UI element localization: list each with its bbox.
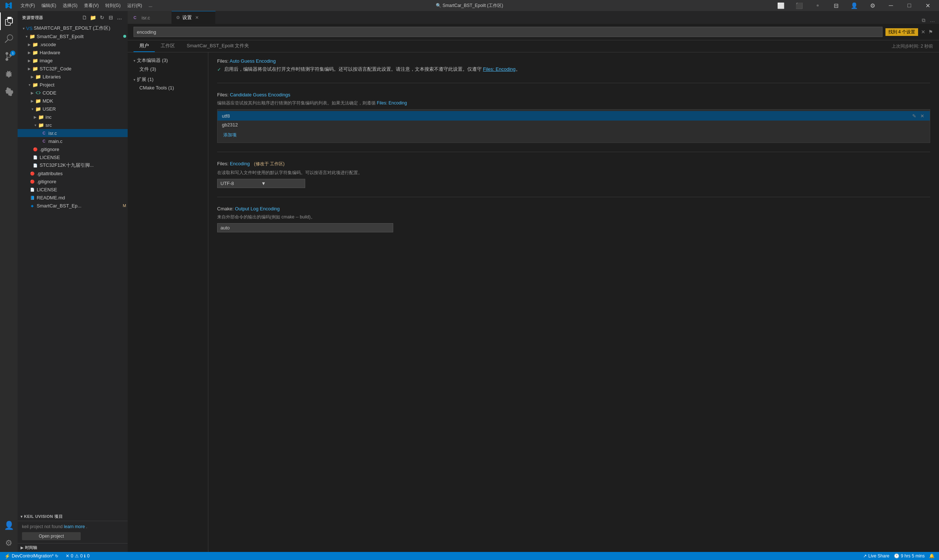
files-encoding-link2[interactable]: Files: Encoding xyxy=(377,100,407,106)
tree-stc-folder[interactable]: ▶ 📁 STC32F_Code xyxy=(18,65,128,72)
new-file-button[interactable]: 🗋 xyxy=(81,14,88,21)
tree-stc-file[interactable]: 📄 STC32F12K十九届引脚... xyxy=(18,161,128,169)
activity-account-icon[interactable]: 👤 xyxy=(0,517,18,534)
src-label: src xyxy=(45,122,128,128)
sidebar-toggle-button[interactable]: ▫ xyxy=(809,0,826,11)
tree-code-folder[interactable]: ▶ CODE xyxy=(18,89,128,97)
menu-run[interactable]: 运行(R) xyxy=(124,2,145,9)
tree-user-folder[interactable]: ▾ 📁 USER xyxy=(18,105,128,113)
tree-main-file[interactable]: C main.c xyxy=(18,137,128,145)
menu-select[interactable]: 选择(S) xyxy=(60,2,80,9)
tree-mdk-folder[interactable]: ▶ 📁 MDK xyxy=(18,97,128,105)
settings-container: 找到 4 个设置 ✕ ⚑ 用户 工作区 SmartCar_BST_Epoilt … xyxy=(128,24,939,552)
notification-bell-item[interactable]: 🔔 xyxy=(928,552,936,560)
tree-workspace-file[interactable]: ◆ SmartCar_BST_Ep... M xyxy=(18,202,128,210)
toc-files-item[interactable]: 文件 (3) xyxy=(128,65,208,74)
tree-vscode-folder[interactable]: ▶ 📁 .vscode xyxy=(18,40,128,48)
tree-license-file[interactable]: 📄 LICENSE xyxy=(18,153,128,161)
activity-search-icon[interactable] xyxy=(0,30,18,48)
image-arrow: ▶ xyxy=(26,57,32,63)
settings-tab-workspace[interactable]: 工作区 xyxy=(155,40,181,52)
activity-source-control-icon[interactable]: 1 xyxy=(0,48,18,65)
encoding-dropdown[interactable]: UTF-8 ▼ xyxy=(217,179,305,188)
tree-libraries-folder[interactable]: ▶ 📁 Libraries xyxy=(18,72,128,81)
menu-file[interactable]: 文件(F) xyxy=(18,2,38,9)
settings-button[interactable]: ⚙ xyxy=(864,0,881,11)
settings-tab-user[interactable]: 用户 xyxy=(134,40,155,52)
menu-edit[interactable]: 编辑(E) xyxy=(39,2,59,9)
tree-gitattr-root[interactable]: 🔴 .gitattributes xyxy=(18,169,128,177)
keil-section-header[interactable]: ▾ KEIL UVISION 项目 xyxy=(18,512,128,521)
toc-text-editor[interactable]: ▾ 文本编辑器 (3) xyxy=(128,56,208,65)
maximize-button[interactable]: □ xyxy=(901,0,918,11)
inc-arrow: ▶ xyxy=(32,114,38,120)
layout-options-button[interactable]: ⊟ xyxy=(828,0,844,11)
account-button[interactable]: 👤 xyxy=(846,0,863,11)
tree-image-folder[interactable]: ▶ 📁 image xyxy=(18,57,128,65)
cmake-encoding-title: Cmake: Output Log Encoding xyxy=(217,206,930,211)
vscode-logo-icon xyxy=(3,0,15,11)
time-section-header[interactable]: ▶ 时间轴 xyxy=(18,543,128,552)
menu-view[interactable]: 查看(V) xyxy=(81,2,102,9)
image-label: image xyxy=(40,58,128,63)
candidate-utf8[interactable]: utf8 ✎ ✕ xyxy=(217,111,930,121)
remote-status-item[interactable]: ⚡ DevControlMigration* ↻ xyxy=(3,552,60,560)
open-project-button[interactable]: Open project xyxy=(22,532,81,540)
vscode-folder-label: .vscode xyxy=(40,42,128,47)
keil-learn-more-link[interactable]: learn more xyxy=(64,524,85,529)
files-encoding-link1[interactable]: Files: Encoding xyxy=(483,66,516,72)
close-button[interactable]: ✕ xyxy=(919,0,936,11)
license-label: LICENSE xyxy=(40,155,128,160)
tree-gitignore-file[interactable]: 🔴 .gitignore xyxy=(18,145,128,153)
collapse-all-button[interactable]: ⊟ xyxy=(107,14,114,21)
src-arrow: ▾ xyxy=(32,122,38,128)
tree-root-item[interactable]: ▾ 📁 SmartCar_BST_Epoilt xyxy=(18,32,128,40)
tab-settings[interactable]: ⚙ 设置 ✕ xyxy=(172,11,216,24)
activity-manage-icon[interactable]: ⚙ xyxy=(0,534,18,552)
edit-utf8-button[interactable]: ✎ xyxy=(911,112,917,119)
activity-extensions-icon[interactable] xyxy=(0,83,18,100)
panel-toggle-button[interactable]: ⬛ xyxy=(791,0,808,11)
minimize-button[interactable]: ─ xyxy=(882,0,899,11)
menu-goto[interactable]: 转到(G) xyxy=(102,2,123,9)
tab-isr[interactable]: C isr.c xyxy=(128,11,172,24)
add-item-button[interactable]: 添加项 xyxy=(220,131,239,140)
new-folder-button[interactable]: 📁 xyxy=(89,14,97,21)
workspace-arrow: ▾ xyxy=(20,25,26,31)
tree-readme-file[interactable]: 📘 README.md xyxy=(18,194,128,202)
split-editor-button[interactable]: ⧉ xyxy=(920,17,927,24)
activity-debug-icon[interactable] xyxy=(0,65,18,83)
setting-files-encoding: Files: Encoding (修改于 工作区) 在读取和写入文件时使用的默认… xyxy=(217,161,930,197)
clear-search-icon[interactable]: ✕ xyxy=(921,29,925,35)
tree-isr-file[interactable]: C isr.c xyxy=(18,129,128,137)
tree-license-root[interactable]: 📄 LICENSE xyxy=(18,185,128,194)
time-status[interactable]: 🕐 9 hrs 5 mins xyxy=(893,552,926,560)
more-tabs-button[interactable]: … xyxy=(929,17,936,24)
tree-src-folder[interactable]: ▾ 📁 src xyxy=(18,121,128,129)
settings-tab-folder[interactable]: SmartCar_BST_Epoilt 文件夹 xyxy=(181,40,255,52)
more-actions-button[interactable]: … xyxy=(116,14,123,21)
tree-inc-folder[interactable]: ▶ 📁 inc xyxy=(18,113,128,121)
filter-settings-icon[interactable]: ⚑ xyxy=(928,29,933,35)
title-bar-left: 文件(F) 编辑(E) 选择(S) 查看(V) 转到(G) 运行(R) ... xyxy=(3,0,155,11)
workspace-header[interactable]: ▾ VS SMARTCAR_BST_EPOILT (工作区) xyxy=(18,24,128,32)
refresh-button[interactable]: ↻ xyxy=(98,14,106,21)
toc-cmake-item[interactable]: CMake Tools (1) xyxy=(128,84,208,92)
candidate-guess-title: Files: Candidate Guess Encodings xyxy=(217,92,930,97)
tab-settings-close[interactable]: ✕ xyxy=(194,15,200,20)
cmake-encoding-input[interactable] xyxy=(217,223,393,232)
menu-more[interactable]: ... xyxy=(146,2,155,9)
errors-status-item[interactable]: ✕ 0 ⚠ 0 ℹ 0 xyxy=(64,552,91,560)
toc-extensions[interactable]: ▾ 扩展 (1) xyxy=(128,75,208,84)
tree-gitignore-root[interactable]: 🔴 .gitignore xyxy=(18,177,128,185)
live-share-status[interactable]: ↗ Live Share xyxy=(862,552,891,560)
workspace-icon: VS xyxy=(26,25,32,31)
tree-hardware-folder[interactable]: ▶ 📁 Hardware xyxy=(18,48,128,57)
activity-explorer-icon[interactable] xyxy=(0,12,18,30)
tree-project-folder[interactable]: ▾ 📁 Project xyxy=(18,81,128,89)
layout-toggle-button[interactable]: ⬜ xyxy=(772,0,789,11)
settings-search-input[interactable] xyxy=(134,27,882,37)
delete-utf8-button[interactable]: ✕ xyxy=(919,112,925,119)
candidate-gb2312[interactable]: gb2312 xyxy=(217,121,930,129)
root-label: SmartCar_BST_Epoilt xyxy=(37,34,123,39)
